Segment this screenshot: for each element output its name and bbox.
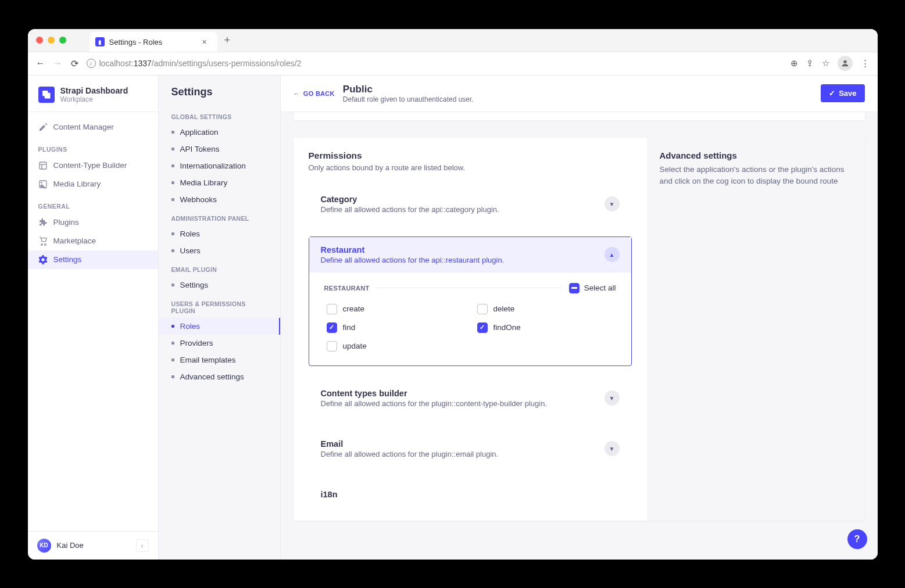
check-icon: ✓ bbox=[829, 89, 835, 98]
back-button[interactable]: ← bbox=[36, 58, 45, 69]
zoom-icon[interactable]: ⊕ bbox=[790, 58, 798, 69]
page-title: Public bbox=[343, 84, 813, 95]
main-content: ← GO BACK Public Default role given to u… bbox=[281, 76, 878, 560]
settings-item-providers[interactable]: Providers bbox=[159, 335, 280, 352]
settings-item-internationalization[interactable]: Internationalization bbox=[159, 157, 280, 174]
svg-point-0 bbox=[843, 60, 846, 63]
select-all-checkbox[interactable]: Select all bbox=[569, 283, 616, 293]
sidebar-item-content-manager[interactable]: Content Manager bbox=[28, 118, 158, 137]
checkbox-icon bbox=[327, 341, 337, 352]
advanced-subtitle: Select the application's actions or the … bbox=[660, 164, 852, 188]
pencil-icon bbox=[38, 123, 48, 132]
layout-icon bbox=[38, 161, 48, 170]
sidebar-item-marketplace[interactable]: Marketplace bbox=[28, 232, 158, 250]
settings-sidebar: Settings GLOBAL SETTINGS Application API… bbox=[159, 76, 281, 560]
dashboard-subtitle: Workplace bbox=[60, 95, 128, 103]
sidebar-header: Strapi Dashboard Workplace bbox=[28, 76, 158, 112]
accordion-restaurant: Restaurant Define all allowed actions fo… bbox=[309, 236, 632, 366]
permissions-card: Permissions Only actions bound by a rout… bbox=[294, 138, 865, 521]
sidebar-item-settings[interactable]: Settings bbox=[28, 250, 158, 269]
user-avatar-icon[interactable]: KD bbox=[37, 539, 51, 553]
reload-button[interactable]: ⟳ bbox=[71, 58, 78, 69]
advanced-title: Advanced settings bbox=[660, 150, 852, 160]
share-icon[interactable]: ⇪ bbox=[806, 58, 814, 69]
chevron-down-icon: ▼ bbox=[604, 196, 620, 211]
settings-title: Settings bbox=[159, 86, 280, 106]
browser-tab[interactable]: ▮ Settings - Roles × bbox=[90, 32, 217, 52]
window-minimize-icon[interactable] bbox=[48, 37, 55, 44]
tab-close-icon[interactable]: × bbox=[202, 37, 210, 46]
settings-item-roles[interactable]: Roles bbox=[159, 318, 280, 335]
svg-rect-1 bbox=[40, 162, 46, 169]
accordion-category: Category Define all allowed actions for … bbox=[309, 186, 632, 223]
checkbox-icon bbox=[327, 304, 337, 314]
settings-item-application[interactable]: Application bbox=[159, 124, 280, 141]
puzzle-icon bbox=[38, 218, 48, 227]
url-field[interactable]: i localhost:1337/admin/settings/users-pe… bbox=[87, 59, 782, 68]
permission-update[interactable]: update bbox=[327, 341, 466, 352]
permissions-title: Permissions bbox=[309, 150, 632, 161]
permission-find[interactable]: find bbox=[327, 322, 466, 333]
accordion-body-restaurant: RESTAURANT Select all create bbox=[309, 273, 631, 365]
settings-item-email-templates[interactable]: Email templates bbox=[159, 352, 280, 368]
accordion-header-category[interactable]: Category Define all allowed actions for … bbox=[309, 187, 631, 222]
settings-item-advanced-settings[interactable]: Advanced settings bbox=[159, 368, 280, 385]
page-subtitle: Default role given to unauthenticated us… bbox=[343, 95, 813, 103]
site-info-icon[interactable]: i bbox=[87, 59, 96, 68]
checkbox-indeterminate-icon bbox=[569, 283, 580, 293]
accordion-content-types-builder: Content types builder Define all allowed… bbox=[309, 380, 632, 417]
accordion-header-email[interactable]: Email Define all allowed actions for the… bbox=[309, 431, 631, 467]
window-maximize-icon[interactable] bbox=[59, 37, 66, 44]
settings-item-admin-roles[interactable]: Roles bbox=[159, 225, 280, 242]
sidebar-item-content-type-builder[interactable]: Content-Type Builder bbox=[28, 156, 158, 175]
arrow-left-icon: ← bbox=[294, 90, 300, 97]
menu-icon[interactable]: ⋮ bbox=[861, 58, 870, 69]
group-admin-panel: ADMINISTRATION PANEL bbox=[159, 208, 280, 225]
settings-item-webhooks[interactable]: Webhooks bbox=[159, 191, 280, 208]
strapi-favicon-icon: ▮ bbox=[95, 37, 105, 46]
settings-item-media-library[interactable]: Media Library bbox=[159, 174, 280, 191]
settings-item-users[interactable]: Users bbox=[159, 242, 280, 259]
titlebar: ▮ Settings - Roles × + bbox=[28, 29, 878, 52]
permission-findone[interactable]: findOne bbox=[477, 322, 616, 333]
strapi-logo-icon bbox=[38, 87, 55, 103]
collapse-sidebar-button[interactable]: ‹ bbox=[136, 539, 149, 552]
main-sidebar: Strapi Dashboard Workplace Content Manag… bbox=[28, 76, 159, 560]
settings-item-email-settings[interactable]: Settings bbox=[159, 277, 280, 293]
accordion-header-ctb[interactable]: Content types builder Define all allowed… bbox=[309, 381, 631, 416]
permission-delete[interactable]: delete bbox=[477, 304, 616, 314]
tab-title: Settings - Roles bbox=[109, 38, 198, 46]
accordion-header-i18n[interactable]: i18n bbox=[309, 482, 631, 507]
form-card-stub bbox=[294, 112, 865, 120]
svg-point-5 bbox=[41, 182, 42, 184]
checkbox-checked-icon bbox=[327, 322, 337, 333]
chevron-up-icon: ▲ bbox=[604, 247, 620, 262]
save-button[interactable]: ✓ Save bbox=[821, 84, 864, 102]
sidebar-item-media-library[interactable]: Media Library bbox=[28, 175, 158, 193]
settings-item-api-tokens[interactable]: API Tokens bbox=[159, 141, 280, 157]
sidebar-item-plugins[interactable]: Plugins bbox=[28, 213, 158, 232]
accordion-email: Email Define all allowed actions for the… bbox=[309, 431, 632, 467]
group-users-permissions: USERS & PERMISSIONS PLUGIN bbox=[159, 293, 280, 318]
advanced-settings-panel: Advanced settings Select the application… bbox=[647, 138, 865, 521]
permission-create[interactable]: create bbox=[327, 304, 466, 314]
checkbox-icon bbox=[477, 304, 488, 314]
gear-icon bbox=[38, 255, 48, 264]
dashboard-title: Strapi Dashboard bbox=[60, 86, 128, 95]
chevron-down-icon: ▼ bbox=[604, 390, 620, 406]
help-button[interactable]: ? bbox=[847, 529, 867, 549]
cart-icon bbox=[38, 236, 48, 246]
window-close-icon[interactable] bbox=[36, 37, 43, 44]
new-tab-button[interactable]: + bbox=[224, 34, 231, 46]
page-header: ← GO BACK Public Default role given to u… bbox=[281, 76, 878, 112]
go-back-button[interactable]: ← GO BACK bbox=[294, 90, 335, 97]
sidebar-group-general: GENERAL bbox=[28, 193, 158, 213]
forward-button[interactable]: → bbox=[53, 58, 63, 69]
permissions-subtitle: Only actions bound by a route are listed… bbox=[309, 163, 632, 172]
bookmark-icon[interactable]: ☆ bbox=[822, 58, 829, 69]
group-email-plugin: EMAIL PLUGIN bbox=[159, 259, 280, 277]
profile-icon[interactable] bbox=[838, 56, 853, 71]
accordion-i18n: i18n bbox=[309, 481, 632, 508]
accordion-header-restaurant[interactable]: Restaurant Define all allowed actions fo… bbox=[309, 237, 631, 273]
chevron-down-icon: ▼ bbox=[604, 441, 620, 456]
